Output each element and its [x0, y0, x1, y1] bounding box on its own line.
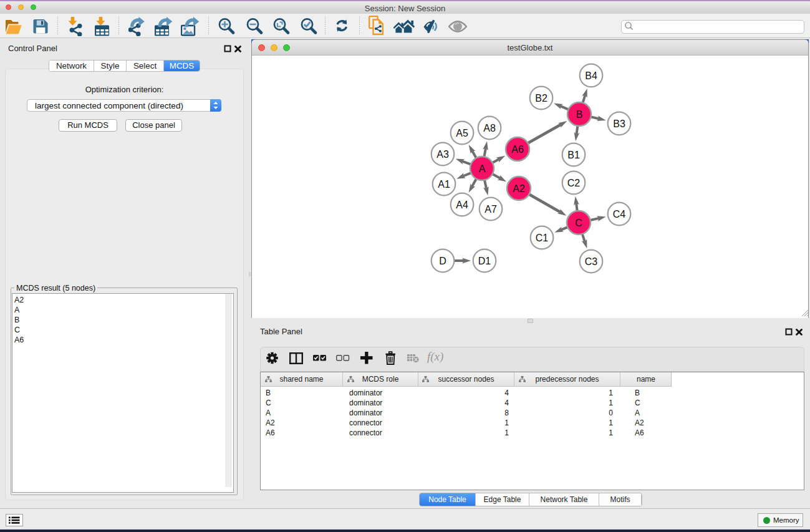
- svg-text:A1: A1: [438, 179, 450, 190]
- svg-text:A6: A6: [511, 144, 524, 155]
- svg-text:A: A: [479, 163, 486, 174]
- svg-text:B4: B4: [585, 70, 597, 81]
- svg-text:C3: C3: [585, 256, 598, 267]
- svg-text:A3: A3: [436, 149, 449, 160]
- svg-text:A8: A8: [483, 123, 496, 133]
- svg-text:C: C: [575, 218, 582, 228]
- svg-text:D: D: [439, 256, 446, 266]
- svg-text:C4: C4: [613, 209, 626, 220]
- svg-text:D1: D1: [478, 256, 491, 266]
- svg-text:A5: A5: [456, 128, 468, 138]
- svg-text:A7: A7: [485, 204, 497, 215]
- svg-text:A4: A4: [456, 200, 468, 210]
- svg-text:B2: B2: [535, 93, 547, 104]
- svg-text:A2: A2: [513, 183, 525, 194]
- svg-text:B: B: [576, 109, 583, 120]
- svg-text:C1: C1: [536, 233, 549, 243]
- svg-text:B3: B3: [613, 118, 625, 129]
- svg-text:B1: B1: [567, 150, 580, 160]
- svg-text:C2: C2: [567, 178, 581, 188]
